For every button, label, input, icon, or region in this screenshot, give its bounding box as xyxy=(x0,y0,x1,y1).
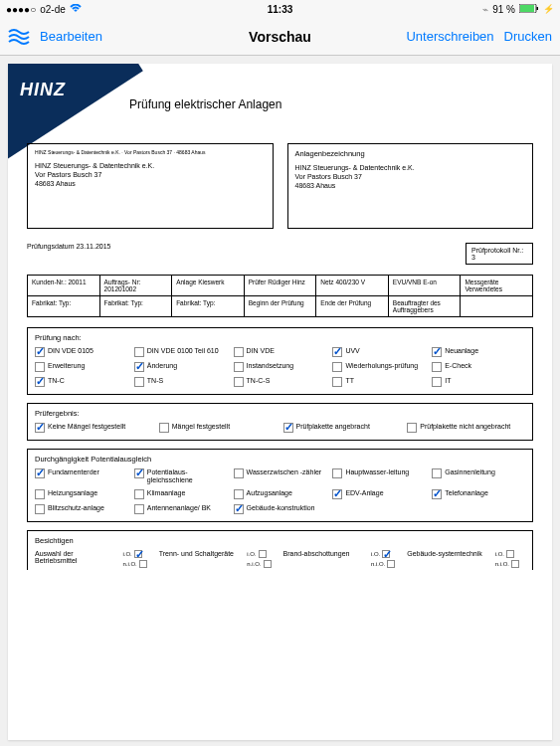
info-cell: Fabrikat: Typ: xyxy=(172,296,245,317)
nio-label: n.i.O. xyxy=(122,561,136,567)
edit-button[interactable]: Bearbeiten xyxy=(40,29,102,44)
check-label: Instandsetzung xyxy=(247,362,327,370)
check-item: TN-C-S xyxy=(234,377,327,387)
checkbox[interactable] xyxy=(35,423,45,433)
checkbox[interactable] xyxy=(234,377,244,387)
sign-button[interactable]: Unterschreiben xyxy=(406,29,493,44)
checkbox[interactable] xyxy=(134,377,144,387)
checkbox[interactable] xyxy=(432,489,442,499)
checkbox[interactable] xyxy=(134,347,144,357)
check-item: Telefonanlage xyxy=(432,489,525,499)
checkbox[interactable] xyxy=(432,362,442,372)
check-label: Potentialaus-gleichsschiene xyxy=(147,468,228,484)
checkbox[interactable] xyxy=(234,347,244,357)
checkbox[interactable] xyxy=(332,468,342,478)
checkbox[interactable] xyxy=(432,468,442,478)
protocol-box: Prüfprotokoll Nr.: 3 xyxy=(466,243,533,265)
checkbox[interactable] xyxy=(234,489,244,499)
checkbox[interactable] xyxy=(35,377,45,387)
check-label: Wiederholungs-prüfung xyxy=(345,362,426,370)
check-item: Fundamenterder xyxy=(35,468,128,484)
checkbox[interactable] xyxy=(134,489,144,499)
check-item: Heizungsanlage xyxy=(35,489,128,499)
checkbox[interactable] xyxy=(432,347,442,357)
io-label: i.O. xyxy=(495,551,504,557)
check-label: E-Check xyxy=(445,362,525,370)
checkbox[interactable] xyxy=(234,362,244,372)
check-item: Hauptwasser-leitung xyxy=(332,468,426,484)
besichtigen-label: Brand-abschottungen xyxy=(283,550,365,557)
checkbox[interactable] xyxy=(382,550,390,558)
checkbox[interactable] xyxy=(234,504,244,514)
checkbox[interactable] xyxy=(35,504,45,514)
check-item: EDV-Anlage xyxy=(332,489,426,499)
check-label: Telefonanlage xyxy=(445,489,525,497)
status-time: 11:33 xyxy=(0,4,560,15)
checkbox[interactable] xyxy=(332,362,342,372)
besichtigen-label: Auswahl der Betriebsmittel xyxy=(35,550,116,564)
checkbox[interactable] xyxy=(259,550,267,558)
info-cell: Messgeräte Verwendetes xyxy=(461,276,533,296)
check-item: TN-C xyxy=(35,377,128,387)
checkbox[interactable] xyxy=(159,423,169,433)
check-item: Mängel festgestellt xyxy=(159,423,278,433)
check-item: Wasserzwischen -zähler xyxy=(234,468,327,484)
proto-number: 3 xyxy=(471,254,527,261)
check-item: Neuanlage xyxy=(432,347,525,357)
navbar: Bearbeiten Vorschau Unterschreiben Druck… xyxy=(0,18,560,56)
check-item: Blitzschutz-anlage xyxy=(35,504,128,514)
check-item: E-Check xyxy=(432,362,525,372)
check-label: Mängel festgestellt xyxy=(172,423,278,431)
checkbox[interactable] xyxy=(432,377,442,387)
checkbox[interactable] xyxy=(511,560,519,568)
app-logo-icon[interactable] xyxy=(8,28,30,46)
besichtigen-label: Trenn- und Schaltgeräte xyxy=(159,550,241,557)
io-label: i.O. xyxy=(247,551,256,557)
checkbox[interactable] xyxy=(134,362,144,372)
checkbox[interactable] xyxy=(332,347,342,357)
checkbox[interactable] xyxy=(264,560,272,568)
checkbox[interactable] xyxy=(139,560,147,568)
checkbox[interactable] xyxy=(407,423,417,433)
checkbox[interactable] xyxy=(332,489,342,499)
addr-line: HINZ Steuerungs- & Datentechnik e.K. xyxy=(295,163,526,172)
info-cell: Auftrags- Nr: 201201002 xyxy=(99,276,172,296)
check-label: TN-S xyxy=(147,377,228,385)
addr-line: Vor Pastors Busch 37 xyxy=(35,170,266,179)
check-label: Prüfplakette nicht angebracht xyxy=(420,423,525,431)
checkbox[interactable] xyxy=(134,504,144,514)
check-item: Keine Mängel festgestellt xyxy=(35,423,153,433)
checkbox[interactable] xyxy=(35,489,45,499)
nio-label: n.i.O. xyxy=(247,561,261,567)
checkbox[interactable] xyxy=(387,560,395,568)
check-item: Prüfplakette angebracht xyxy=(283,423,402,433)
besichtigen-label: Gebäude-systemtechnik xyxy=(407,550,488,557)
checkbox[interactable] xyxy=(283,423,293,433)
doc-title: Prüfung elektrischer Anlagen xyxy=(129,97,281,111)
checkbox[interactable] xyxy=(35,468,45,478)
check-label: Aufzugsanlage xyxy=(247,489,327,497)
check-item: Wiederholungs-prüfung xyxy=(332,362,426,372)
addr-line: 48683 Ahaus xyxy=(35,179,266,188)
section-pruefergebnis: Prüfergebnis: Keine Mängel festgestelltM… xyxy=(27,403,533,441)
check-item: Aufzugsanlage xyxy=(234,489,327,499)
besichtigen-item: Auswahl der Betriebsmittel xyxy=(35,550,116,566)
checkbox[interactable] xyxy=(35,347,45,357)
checkbox[interactable] xyxy=(35,362,45,372)
check-item: Antennenanlage/ BK xyxy=(134,504,228,514)
check-label: DIN VDE 0100 Teil 610 xyxy=(147,347,228,355)
check-label: EDV-Anlage xyxy=(345,489,426,497)
checkbox[interactable] xyxy=(332,377,342,387)
check-label: TN-C xyxy=(48,377,128,385)
checkbox[interactable] xyxy=(506,550,514,558)
io-label: i.O. xyxy=(371,551,380,557)
checkbox[interactable] xyxy=(234,468,244,478)
checkbox[interactable] xyxy=(134,550,142,558)
check-item: Erweiterung xyxy=(35,362,128,372)
info-cell: Fabrikat: Typ: xyxy=(28,296,100,317)
check-label: Erweiterung xyxy=(48,362,128,370)
print-button[interactable]: Drucken xyxy=(504,29,552,44)
info-cell: Fabrikat: Typ: xyxy=(99,296,172,317)
checkbox[interactable] xyxy=(134,468,144,478)
besichtigen-item: Gebäude-systemtechnik xyxy=(407,550,488,559)
